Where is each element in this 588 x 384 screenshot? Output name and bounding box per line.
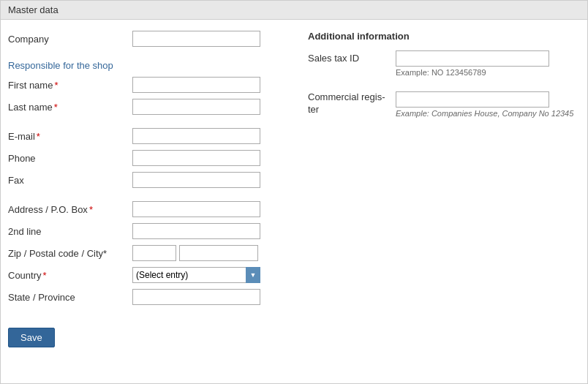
commercial-row: Commercial regis-ter Example: Companies …	[308, 91, 580, 118]
sales-tax-example: Example: NO 123456789	[396, 68, 549, 77]
phone-label: Phone	[8, 153, 132, 164]
zip-row: Zip / Postal code / City*	[8, 245, 286, 261]
country-select-wrapper: (Select entry)	[132, 267, 260, 283]
commercial-input-group: Example: Companies House, Company No 123…	[396, 91, 573, 118]
sales-tax-input-group: Example: NO 123456789	[396, 50, 549, 77]
button-row: Save	[1, 322, 587, 356]
phone-input[interactable]	[132, 150, 260, 166]
zip-required: *	[103, 248, 107, 259]
fax-input[interactable]	[132, 172, 260, 188]
last-name-input[interactable]	[132, 99, 260, 115]
address-input[interactable]	[132, 201, 260, 217]
responsible-row: Responsible for the shop	[8, 60, 286, 71]
commercial-input[interactable]	[396, 91, 549, 108]
country-label: Country*	[8, 270, 132, 281]
company-input[interactable]	[132, 31, 260, 47]
country-required: *	[43, 270, 47, 281]
company-row: Company	[8, 31, 286, 47]
zip-input[interactable]	[132, 245, 176, 261]
fax-label: Fax	[8, 175, 132, 186]
phone-row: Phone	[8, 150, 286, 166]
email-row: E-mail*	[8, 128, 286, 144]
country-row: Country* (Select entry)	[8, 267, 286, 283]
save-button[interactable]: Save	[8, 328, 55, 347]
section-header: Master data	[1, 1, 587, 20]
address-required: *	[89, 204, 93, 215]
country-select[interactable]: (Select entry)	[132, 267, 260, 283]
last-name-row: Last name*	[8, 99, 286, 115]
responsible-label: Responsible for the shop	[8, 60, 132, 71]
email-input[interactable]	[132, 128, 260, 144]
address-label: Address / P.O. Box*	[8, 204, 132, 215]
header-title: Master data	[8, 4, 59, 15]
address-row: Address / P.O. Box*	[8, 201, 286, 217]
sales-tax-input[interactable]	[396, 50, 549, 67]
zip-label: Zip / Postal code / City*	[8, 248, 132, 259]
state-input[interactable]	[132, 289, 260, 305]
second-line-label: 2nd line	[8, 226, 132, 237]
state-row: State / Province	[8, 289, 286, 305]
last-name-required: *	[54, 102, 58, 113]
sales-tax-label: Sales tax ID	[308, 50, 396, 64]
commercial-example: Example: Companies House, Company No 123…	[396, 109, 573, 118]
fax-row: Fax	[8, 172, 286, 188]
state-label: State / Province	[8, 292, 132, 303]
first-name-input[interactable]	[132, 77, 260, 93]
second-line-row: 2nd line	[8, 223, 286, 239]
email-required: *	[37, 131, 40, 142]
company-label: Company	[8, 34, 132, 45]
additional-info-title: Additional information	[308, 31, 580, 42]
city-input[interactable]	[179, 245, 258, 261]
sales-tax-row: Sales tax ID Example: NO 123456789	[308, 50, 580, 77]
page-wrapper: Master data Company Responsible for the …	[0, 0, 588, 384]
left-section: Company Responsible for the shop First n…	[8, 31, 286, 311]
first-name-required: *	[54, 80, 58, 91]
right-section: Additional information Sales tax ID Exam…	[301, 31, 580, 311]
commercial-label: Commercial regis-ter	[308, 91, 396, 116]
first-name-row: First name*	[8, 77, 286, 93]
email-label: E-mail*	[8, 131, 132, 142]
second-line-input[interactable]	[132, 223, 260, 239]
first-name-label: First name*	[8, 80, 132, 91]
content-area: Company Responsible for the shop First n…	[1, 20, 587, 322]
last-name-label: Last name*	[8, 102, 132, 113]
